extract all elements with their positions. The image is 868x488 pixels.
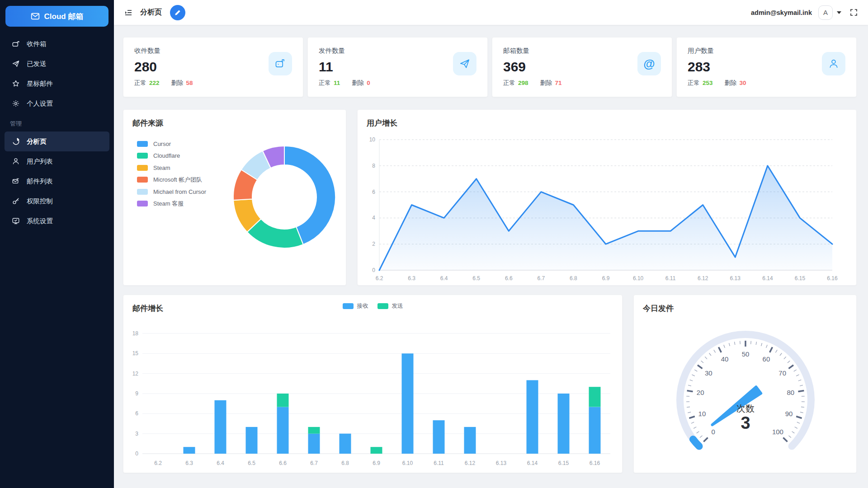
svg-text:6.11: 6.11 xyxy=(665,275,676,282)
svg-text:6.5: 6.5 xyxy=(248,460,255,466)
sidebar-item-label: 星标邮件 xyxy=(27,80,53,88)
stat-card-sent-count: 发件数量 11 正常11 删除0 xyxy=(307,37,488,97)
sidebar: Cloud 邮箱 收件箱 已发送 星标邮件 xyxy=(0,0,114,488)
sidebar-section-label: 管理 xyxy=(0,113,114,131)
legend-item[interactable]: 发送 xyxy=(377,302,403,310)
send-icon xyxy=(453,52,476,75)
sent-icon xyxy=(12,60,20,68)
user-icon xyxy=(12,157,20,165)
legend-item[interactable]: Cursor xyxy=(137,138,206,150)
chart-title: 邮件来源 xyxy=(123,110,346,128)
sidebar-item-personal-settings[interactable]: 个人设置 xyxy=(0,94,114,113)
main-area: 分析页 admin@skymail.ink A 收件数量 280 xyxy=(114,0,868,488)
legend-item[interactable]: Cloudflare xyxy=(137,150,206,162)
bar-chart: 03691215186.26.36.46.56.66.76.86.96.106.… xyxy=(123,321,623,470)
stat-sub: 正常298 删除71 xyxy=(503,79,661,87)
edit-button[interactable] xyxy=(170,5,185,20)
content: 收件数量 280 正常222 删除58 发件数量 11 正常11 删除0 xyxy=(114,25,868,488)
legend-swatch xyxy=(137,189,148,195)
svg-text:60: 60 xyxy=(763,355,770,363)
svg-text:4: 4 xyxy=(372,215,375,221)
stat-sub: 正常11 删除0 xyxy=(319,79,476,87)
svg-text:6.6: 6.6 xyxy=(279,460,287,466)
sidebar-item-permissions[interactable]: 权限控制 xyxy=(0,191,114,211)
mailbox-icon xyxy=(269,52,292,75)
svg-text:6.3: 6.3 xyxy=(185,460,193,466)
user-icon xyxy=(822,52,845,75)
chart-title: 今日发件 xyxy=(634,295,856,314)
legend-swatch xyxy=(377,303,388,309)
bar-legend: 接收 发送 xyxy=(123,302,622,310)
svg-text:6: 6 xyxy=(135,410,138,417)
mail-source-card: 邮件来源 Cursor Cloudflare Steam Microsoft 帐… xyxy=(123,109,346,286)
svg-text:6.10: 6.10 xyxy=(633,275,644,282)
stat-label: 邮箱数量 xyxy=(503,47,661,55)
svg-text:18: 18 xyxy=(132,330,139,337)
legend-swatch xyxy=(137,153,148,159)
svg-text:3: 3 xyxy=(135,431,138,437)
sidebar-item-analytics[interactable]: 分析页 xyxy=(5,131,109,151)
chevron-down-icon[interactable] xyxy=(837,11,841,14)
charts-row-1: 邮件来源 Cursor Cloudflare Steam Microsoft 帐… xyxy=(123,109,857,286)
area-chart: 02468106.26.36.46.56.66.76.86.96.106.116… xyxy=(358,131,857,285)
pie-legend: Cursor Cloudflare Steam Microsoft 帐户团队 M… xyxy=(137,138,206,210)
sidebar-item-sent[interactable]: 已发送 xyxy=(0,54,114,74)
svg-text:0: 0 xyxy=(711,428,715,436)
logo-button[interactable]: Cloud 邮箱 xyxy=(5,6,108,27)
stat-label: 收件数量 xyxy=(134,47,292,55)
stat-card-user-count: 用户数量 283 正常253 删除30 xyxy=(676,37,857,97)
sidebar-item-inbox[interactable]: 收件箱 xyxy=(0,34,114,54)
stat-card-mailbox-count: 邮箱数量 369 正常298 删除71 @ xyxy=(492,37,672,97)
svg-text:6.7: 6.7 xyxy=(310,460,318,466)
svg-text:6.12: 6.12 xyxy=(698,275,708,282)
sidebar-item-label: 个人设置 xyxy=(27,99,53,108)
page-title: 分析页 xyxy=(140,8,162,17)
legend-item[interactable]: 接收 xyxy=(343,302,368,310)
svg-text:50: 50 xyxy=(742,350,750,358)
sidebar-item-label: 收件箱 xyxy=(27,40,47,48)
legend-swatch xyxy=(137,177,148,183)
sidebar-item-user-list[interactable]: 用户列表 xyxy=(0,151,114,171)
sidebar-item-label: 邮件列表 xyxy=(27,177,53,186)
svg-text:6.8: 6.8 xyxy=(341,460,349,466)
svg-text:6.3: 6.3 xyxy=(408,275,415,282)
svg-text:6.13: 6.13 xyxy=(730,275,741,282)
svg-text:80: 80 xyxy=(787,389,794,396)
system-settings-icon xyxy=(12,217,20,225)
svg-text:6.14: 6.14 xyxy=(527,460,538,466)
sidebar-item-label: 用户列表 xyxy=(27,157,53,166)
svg-text:6.4: 6.4 xyxy=(217,460,224,466)
at-icon: @ xyxy=(637,52,661,75)
collapse-sidebar-icon[interactable] xyxy=(124,8,133,17)
svg-text:0: 0 xyxy=(372,267,375,273)
svg-text:6.10: 6.10 xyxy=(402,460,413,466)
star-icon xyxy=(12,80,20,88)
svg-text:6.11: 6.11 xyxy=(434,460,444,466)
charts-row-2: 邮件增长 接收 发送 03691215186.26.36.46.56.66.76… xyxy=(123,295,857,473)
sidebar-item-mail-list[interactable]: 邮件列表 xyxy=(0,171,114,191)
svg-text:6.9: 6.9 xyxy=(373,460,380,466)
legend-item[interactable]: Steam 客服 xyxy=(137,198,206,210)
svg-text:10: 10 xyxy=(698,410,706,418)
pencil-icon xyxy=(174,9,181,16)
fullscreen-icon[interactable] xyxy=(849,8,858,17)
user-menu[interactable]: admin@skymail.ink A xyxy=(751,5,858,20)
legend-item[interactable]: Steam xyxy=(137,162,206,174)
svg-text:9: 9 xyxy=(135,390,138,397)
svg-text:次数: 次数 xyxy=(736,404,755,413)
svg-text:10: 10 xyxy=(369,136,376,143)
svg-text:6.7: 6.7 xyxy=(538,275,545,282)
svg-text:40: 40 xyxy=(721,355,729,363)
sidebar-item-starred[interactable]: 星标邮件 xyxy=(0,74,114,94)
legend-item[interactable]: Michael from Cursor xyxy=(137,186,206,198)
svg-text:2: 2 xyxy=(372,241,375,247)
svg-text:6.16: 6.16 xyxy=(590,460,600,466)
legend-item[interactable]: Microsoft 帐户团队 xyxy=(137,174,206,186)
gauge-chart: 0102030405060708090100次数3 xyxy=(634,318,857,469)
svg-text:3: 3 xyxy=(741,413,750,432)
stat-cards-row: 收件数量 280 正常222 删除58 发件数量 11 正常11 删除0 xyxy=(123,37,857,97)
avatar[interactable]: A xyxy=(818,5,833,20)
svg-text:6.15: 6.15 xyxy=(795,275,806,282)
sidebar-item-system-settings[interactable]: 系统设置 xyxy=(0,211,114,231)
legend-swatch xyxy=(137,141,148,147)
